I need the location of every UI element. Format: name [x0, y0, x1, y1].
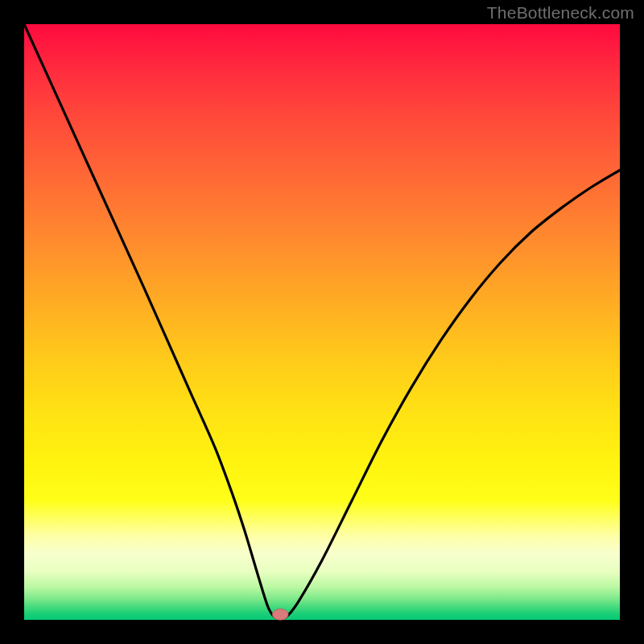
- bottleneck-curve-svg: [24, 24, 620, 620]
- chart-frame: TheBottleneck.com: [0, 0, 644, 644]
- watermark-label: TheBottleneck.com: [487, 3, 634, 23]
- plot-area: [24, 24, 620, 620]
- minimum-marker: [272, 609, 288, 620]
- bottleneck-curve: [24, 24, 620, 618]
